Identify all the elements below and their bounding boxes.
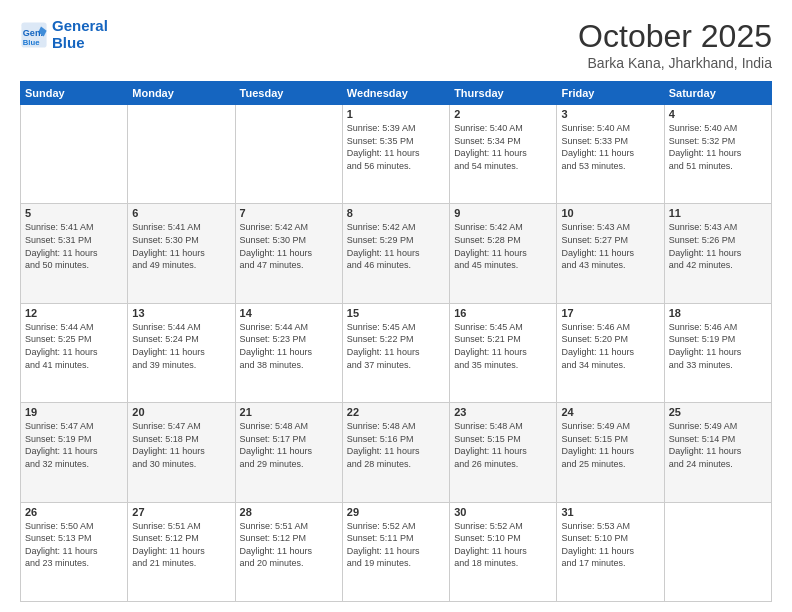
day-number: 11 [669,207,767,219]
day-header-sunday: Sunday [21,82,128,105]
logo: Gen. Blue General Blue [20,18,108,51]
calendar-cell: 11Sunrise: 5:43 AM Sunset: 5:26 PM Dayli… [664,204,771,303]
calendar-cell: 8Sunrise: 5:42 AM Sunset: 5:29 PM Daylig… [342,204,449,303]
day-number: 18 [669,307,767,319]
calendar-cell: 10Sunrise: 5:43 AM Sunset: 5:27 PM Dayli… [557,204,664,303]
day-header-saturday: Saturday [664,82,771,105]
day-number: 13 [132,307,230,319]
day-number: 31 [561,506,659,518]
calendar-cell: 25Sunrise: 5:49 AM Sunset: 5:14 PM Dayli… [664,403,771,502]
cell-info: Sunrise: 5:51 AM Sunset: 5:12 PM Dayligh… [132,520,230,570]
cell-info: Sunrise: 5:52 AM Sunset: 5:10 PM Dayligh… [454,520,552,570]
calendar-cell: 3Sunrise: 5:40 AM Sunset: 5:33 PM Daylig… [557,105,664,204]
calendar-cell: 16Sunrise: 5:45 AM Sunset: 5:21 PM Dayli… [450,303,557,402]
location-title: Barka Kana, Jharkhand, India [578,55,772,71]
calendar-cell: 12Sunrise: 5:44 AM Sunset: 5:25 PM Dayli… [21,303,128,402]
calendar-week-row: 1Sunrise: 5:39 AM Sunset: 5:35 PM Daylig… [21,105,772,204]
calendar-cell: 20Sunrise: 5:47 AM Sunset: 5:18 PM Dayli… [128,403,235,502]
cell-info: Sunrise: 5:49 AM Sunset: 5:14 PM Dayligh… [669,420,767,470]
calendar-cell: 22Sunrise: 5:48 AM Sunset: 5:16 PM Dayli… [342,403,449,502]
day-number: 23 [454,406,552,418]
cell-info: Sunrise: 5:48 AM Sunset: 5:16 PM Dayligh… [347,420,445,470]
day-number: 19 [25,406,123,418]
calendar-header-row: SundayMondayTuesdayWednesdayThursdayFrid… [21,82,772,105]
day-header-friday: Friday [557,82,664,105]
cell-info: Sunrise: 5:51 AM Sunset: 5:12 PM Dayligh… [240,520,338,570]
svg-text:Blue: Blue [23,37,40,46]
day-number: 27 [132,506,230,518]
calendar-cell: 4Sunrise: 5:40 AM Sunset: 5:32 PM Daylig… [664,105,771,204]
logo-line1: General [52,17,108,34]
calendar-cell: 2Sunrise: 5:40 AM Sunset: 5:34 PM Daylig… [450,105,557,204]
calendar-cell: 14Sunrise: 5:44 AM Sunset: 5:23 PM Dayli… [235,303,342,402]
day-number: 6 [132,207,230,219]
calendar-cell [235,105,342,204]
day-number: 20 [132,406,230,418]
calendar-cell: 23Sunrise: 5:48 AM Sunset: 5:15 PM Dayli… [450,403,557,502]
calendar-cell: 30Sunrise: 5:52 AM Sunset: 5:10 PM Dayli… [450,502,557,601]
day-number: 17 [561,307,659,319]
calendar-cell: 27Sunrise: 5:51 AM Sunset: 5:12 PM Dayli… [128,502,235,601]
day-number: 29 [347,506,445,518]
calendar-week-row: 19Sunrise: 5:47 AM Sunset: 5:19 PM Dayli… [21,403,772,502]
cell-info: Sunrise: 5:44 AM Sunset: 5:23 PM Dayligh… [240,321,338,371]
calendar-cell: 15Sunrise: 5:45 AM Sunset: 5:22 PM Dayli… [342,303,449,402]
day-number: 10 [561,207,659,219]
calendar-cell: 26Sunrise: 5:50 AM Sunset: 5:13 PM Dayli… [21,502,128,601]
calendar-week-row: 5Sunrise: 5:41 AM Sunset: 5:31 PM Daylig… [21,204,772,303]
day-number: 15 [347,307,445,319]
day-number: 26 [25,506,123,518]
cell-info: Sunrise: 5:42 AM Sunset: 5:29 PM Dayligh… [347,221,445,271]
day-number: 1 [347,108,445,120]
day-number: 25 [669,406,767,418]
month-title: October 2025 [578,18,772,55]
cell-info: Sunrise: 5:40 AM Sunset: 5:34 PM Dayligh… [454,122,552,172]
day-number: 12 [25,307,123,319]
calendar-cell [21,105,128,204]
cell-info: Sunrise: 5:49 AM Sunset: 5:15 PM Dayligh… [561,420,659,470]
cell-info: Sunrise: 5:52 AM Sunset: 5:11 PM Dayligh… [347,520,445,570]
calendar-cell: 18Sunrise: 5:46 AM Sunset: 5:19 PM Dayli… [664,303,771,402]
cell-info: Sunrise: 5:48 AM Sunset: 5:17 PM Dayligh… [240,420,338,470]
calendar-table: SundayMondayTuesdayWednesdayThursdayFrid… [20,81,772,602]
day-number: 3 [561,108,659,120]
calendar-cell: 13Sunrise: 5:44 AM Sunset: 5:24 PM Dayli… [128,303,235,402]
cell-info: Sunrise: 5:44 AM Sunset: 5:25 PM Dayligh… [25,321,123,371]
cell-info: Sunrise: 5:47 AM Sunset: 5:19 PM Dayligh… [25,420,123,470]
cell-info: Sunrise: 5:46 AM Sunset: 5:19 PM Dayligh… [669,321,767,371]
logo-icon: Gen. Blue [20,21,48,49]
cell-info: Sunrise: 5:43 AM Sunset: 5:27 PM Dayligh… [561,221,659,271]
calendar-cell: 29Sunrise: 5:52 AM Sunset: 5:11 PM Dayli… [342,502,449,601]
header: Gen. Blue General Blue October 2025 Bark… [20,18,772,71]
cell-info: Sunrise: 5:46 AM Sunset: 5:20 PM Dayligh… [561,321,659,371]
day-number: 9 [454,207,552,219]
day-header-thursday: Thursday [450,82,557,105]
cell-info: Sunrise: 5:43 AM Sunset: 5:26 PM Dayligh… [669,221,767,271]
calendar-week-row: 26Sunrise: 5:50 AM Sunset: 5:13 PM Dayli… [21,502,772,601]
day-number: 21 [240,406,338,418]
cell-info: Sunrise: 5:40 AM Sunset: 5:32 PM Dayligh… [669,122,767,172]
calendar-cell: 24Sunrise: 5:49 AM Sunset: 5:15 PM Dayli… [557,403,664,502]
title-block: October 2025 Barka Kana, Jharkhand, Indi… [578,18,772,71]
cell-info: Sunrise: 5:47 AM Sunset: 5:18 PM Dayligh… [132,420,230,470]
cell-info: Sunrise: 5:44 AM Sunset: 5:24 PM Dayligh… [132,321,230,371]
cell-info: Sunrise: 5:50 AM Sunset: 5:13 PM Dayligh… [25,520,123,570]
cell-info: Sunrise: 5:45 AM Sunset: 5:22 PM Dayligh… [347,321,445,371]
calendar-cell [664,502,771,601]
cell-info: Sunrise: 5:48 AM Sunset: 5:15 PM Dayligh… [454,420,552,470]
day-number: 16 [454,307,552,319]
cell-info: Sunrise: 5:39 AM Sunset: 5:35 PM Dayligh… [347,122,445,172]
logo-text: General Blue [52,18,108,51]
day-number: 5 [25,207,123,219]
calendar-cell: 21Sunrise: 5:48 AM Sunset: 5:17 PM Dayli… [235,403,342,502]
cell-info: Sunrise: 5:53 AM Sunset: 5:10 PM Dayligh… [561,520,659,570]
calendar-cell: 1Sunrise: 5:39 AM Sunset: 5:35 PM Daylig… [342,105,449,204]
cell-info: Sunrise: 5:42 AM Sunset: 5:28 PM Dayligh… [454,221,552,271]
calendar-cell: 9Sunrise: 5:42 AM Sunset: 5:28 PM Daylig… [450,204,557,303]
day-number: 14 [240,307,338,319]
cell-info: Sunrise: 5:45 AM Sunset: 5:21 PM Dayligh… [454,321,552,371]
cell-info: Sunrise: 5:41 AM Sunset: 5:31 PM Dayligh… [25,221,123,271]
calendar-cell: 6Sunrise: 5:41 AM Sunset: 5:30 PM Daylig… [128,204,235,303]
day-number: 2 [454,108,552,120]
cell-info: Sunrise: 5:40 AM Sunset: 5:33 PM Dayligh… [561,122,659,172]
